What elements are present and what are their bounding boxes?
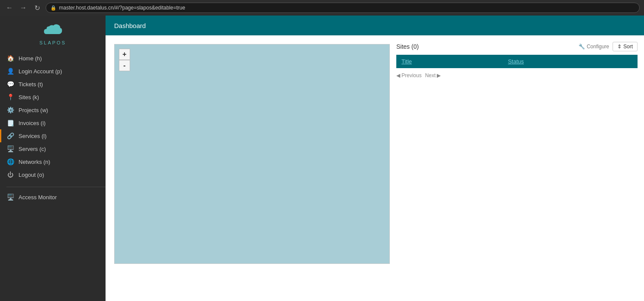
sort-label: Sort bbox=[623, 44, 633, 50]
reload-button[interactable]: ↻ bbox=[32, 3, 42, 13]
previous-label: Previous bbox=[401, 72, 422, 78]
sidebar-item-servers[interactable]: 🖥️ Servers (c) bbox=[0, 142, 106, 155]
services-icon: 🔗 bbox=[6, 132, 14, 139]
next-label: Next bbox=[425, 72, 436, 78]
table-header-status[interactable]: Status bbox=[503, 55, 638, 68]
sidebar-item-label: Servers (c) bbox=[19, 146, 46, 152]
projects-icon: ⚙️ bbox=[6, 107, 14, 113]
sidebar-item-label: Access Monitor bbox=[19, 194, 57, 201]
invoices-icon: 🗒️ bbox=[6, 119, 14, 126]
sidebar-item-invoices[interactable]: 🗒️ Invoices (i) bbox=[0, 116, 106, 129]
zoom-in-button[interactable]: + bbox=[119, 49, 130, 60]
monitor-icon: 🖥️ bbox=[6, 194, 14, 201]
content-area: + - Sites (0) 🔧 Configure ⇕ bbox=[106, 35, 644, 301]
logout-icon: ⏻ bbox=[6, 171, 14, 178]
sidebar-item-label: Networks (n) bbox=[19, 159, 50, 165]
back-button[interactable]: ← bbox=[4, 3, 15, 13]
user-icon: 👤 bbox=[6, 68, 14, 75]
previous-button[interactable]: ◀ Previous bbox=[396, 72, 422, 78]
configure-label: Configure bbox=[587, 44, 609, 50]
sites-panel: Sites (0) 🔧 Configure ⇕ Sort bbox=[390, 35, 644, 301]
sidebar-item-projects[interactable]: ⚙️ Projects (w) bbox=[0, 103, 106, 116]
sidebar-item-label: Invoices (i) bbox=[19, 120, 46, 126]
sidebar-item-login-account[interactable]: 👤 Login Account (p) bbox=[0, 65, 106, 78]
servers-icon: 🖥️ bbox=[6, 145, 14, 152]
title-sort-link[interactable]: Title bbox=[401, 58, 412, 65]
url-text: master.host.daetalus.cn/#/?page=slapos&e… bbox=[59, 5, 185, 11]
sites-icon: 📍 bbox=[6, 94, 14, 100]
table-header-title[interactable]: Title bbox=[396, 55, 503, 68]
app-container: SLAPOS 🏠 Home (h) 👤 Login Account (p) 💬 … bbox=[0, 16, 644, 301]
next-button[interactable]: Next ▶ bbox=[425, 72, 441, 78]
sidebar-item-access-monitor[interactable]: 🖥️ Access Monitor bbox=[0, 191, 106, 204]
pagination: ◀ Previous Next ▶ bbox=[396, 72, 638, 78]
configure-button[interactable]: 🔧 Configure bbox=[579, 44, 609, 50]
nav-list: 🏠 Home (h) 👤 Login Account (p) 💬 Tickets… bbox=[0, 50, 106, 183]
status-sort-link[interactable]: Status bbox=[508, 58, 524, 65]
table-header-row: Title Status bbox=[396, 55, 638, 68]
home-icon: 🏠 bbox=[6, 55, 14, 62]
forward-button[interactable]: → bbox=[18, 3, 28, 13]
main-area: Dashboard + - Sites (0) 🔧 bbox=[106, 16, 644, 301]
sidebar-item-services[interactable]: 🔗 Services (l) bbox=[0, 129, 106, 142]
next-icon: ▶ bbox=[437, 72, 441, 78]
sidebar-item-label: Home (h) bbox=[19, 55, 42, 62]
sidebar-item-label: Projects (w) bbox=[19, 107, 48, 113]
nav-divider bbox=[6, 187, 106, 187]
tickets-icon: 💬 bbox=[6, 81, 14, 88]
sidebar-item-label: Login Account (p) bbox=[19, 68, 62, 75]
map-box: + - bbox=[114, 44, 390, 264]
sort-icon: ⇕ bbox=[617, 44, 622, 50]
configure-icon: 🔧 bbox=[579, 44, 585, 50]
map-container: + - bbox=[106, 35, 390, 301]
sidebar-item-label: Tickets (t) bbox=[19, 81, 43, 88]
top-header: Dashboard bbox=[106, 16, 644, 35]
sidebar-item-logout[interactable]: ⏻ Logout (o) bbox=[0, 168, 106, 181]
previous-icon: ◀ bbox=[396, 72, 400, 78]
logo-cloud-icon bbox=[42, 22, 64, 39]
sites-title: Sites (0) bbox=[396, 43, 419, 50]
browser-chrome: ← → ↻ 🔒 master.host.daetalus.cn/#/?page=… bbox=[0, 0, 644, 16]
lock-icon: 🔒 bbox=[50, 5, 56, 11]
sidebar-item-sites[interactable]: 📍 Sites (k) bbox=[0, 91, 106, 103]
sidebar-item-label: Sites (k) bbox=[19, 94, 39, 100]
sidebar-item-networks[interactable]: 🌐 Networks (n) bbox=[0, 155, 106, 168]
sites-header: Sites (0) 🔧 Configure ⇕ Sort bbox=[396, 42, 638, 51]
sidebar-item-home[interactable]: 🏠 Home (h) bbox=[0, 52, 106, 65]
map-controls: + - bbox=[119, 49, 130, 71]
page-title: Dashboard bbox=[114, 22, 146, 29]
sidebar: SLAPOS 🏠 Home (h) 👤 Login Account (p) 💬 … bbox=[0, 16, 106, 301]
sites-actions: 🔧 Configure ⇕ Sort bbox=[579, 42, 638, 51]
networks-icon: 🌐 bbox=[6, 158, 14, 165]
sidebar-logo: SLAPOS bbox=[0, 16, 106, 50]
sites-table: Title Status bbox=[396, 55, 638, 68]
sidebar-item-label: Services (l) bbox=[19, 133, 47, 139]
sort-button[interactable]: ⇕ Sort bbox=[613, 42, 638, 51]
url-bar[interactable]: 🔒 master.host.daetalus.cn/#/?page=slapos… bbox=[46, 3, 640, 13]
sidebar-item-label: Logout (o) bbox=[19, 172, 44, 178]
zoom-out-button[interactable]: - bbox=[119, 60, 130, 71]
sidebar-item-tickets[interactable]: 💬 Tickets (t) bbox=[0, 78, 106, 91]
logo-text: SLAPOS bbox=[39, 40, 66, 45]
